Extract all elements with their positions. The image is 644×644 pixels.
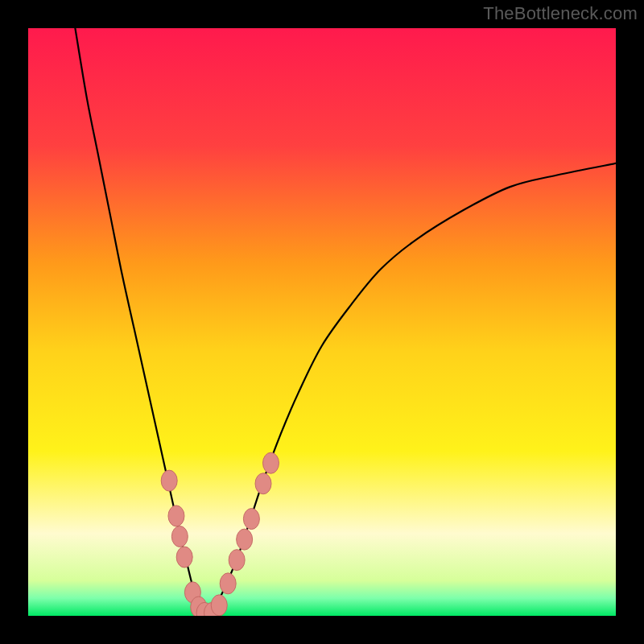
data-marker [220, 573, 236, 594]
data-marker [262, 452, 279, 473]
bottleneck-chart [0, 0, 644, 644]
plot-background [28, 28, 616, 616]
data-marker [229, 550, 245, 571]
watermark-text: TheBottleneck.com [483, 3, 638, 24]
chart-frame: TheBottleneck.com [0, 0, 644, 644]
data-marker [255, 473, 271, 494]
data-marker [161, 470, 177, 491]
data-marker [211, 595, 227, 616]
data-marker [237, 529, 253, 550]
data-marker [176, 547, 192, 568]
data-marker [243, 509, 259, 530]
data-marker [171, 526, 188, 547]
data-marker [168, 506, 184, 526]
